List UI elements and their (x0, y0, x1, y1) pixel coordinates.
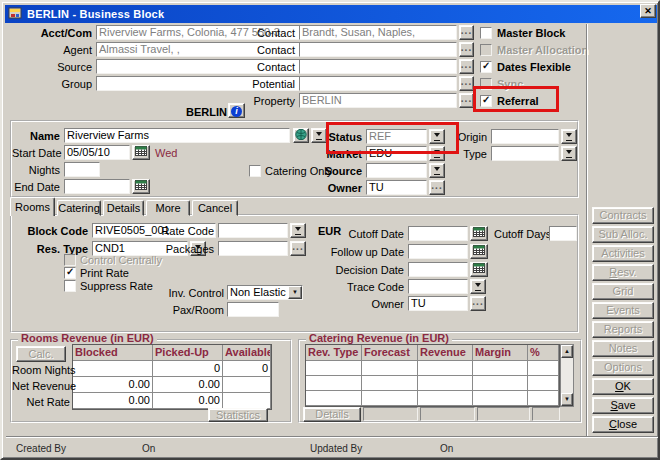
save-button[interactable]: Save (592, 397, 654, 414)
start-date-calendar-icon[interactable] (132, 145, 150, 160)
table-cell[interactable] (473, 391, 528, 406)
calc-button[interactable]: Calc. (16, 346, 66, 362)
window-title: BERLIN - Business Block (27, 8, 164, 20)
referral-label: Referral (497, 94, 539, 108)
property-label: Property (242, 94, 295, 109)
tab-rooms[interactable]: Rooms (10, 197, 55, 216)
sub-alloc-button[interactable]: Sub Alloc. (592, 226, 654, 243)
scroll-up-icon[interactable]: ▲ (561, 345, 573, 358)
contracts-button[interactable]: Contracts (592, 207, 654, 224)
tab-cancel[interactable]: Cancel (192, 200, 238, 216)
column-header: Margin (473, 345, 528, 361)
end-date-calendar-icon[interactable] (132, 179, 150, 194)
table-cell[interactable]: 0.00 (153, 377, 223, 393)
name-field[interactable]: Riverview Farms (64, 128, 290, 143)
scroll-down-icon[interactable]: ▼ (561, 393, 573, 406)
table-cell[interactable] (418, 361, 473, 376)
globe-icon[interactable] (293, 128, 309, 143)
contact-1-field[interactable]: Brandt, Susan, Naples, (299, 25, 457, 40)
master-allocation-checkbox[interactable] (480, 44, 492, 56)
table-cell[interactable] (223, 393, 271, 409)
contact-3-field[interactable] (299, 59, 457, 74)
row-label-net-rate: Net Rate (12, 395, 70, 410)
tab-more[interactable]: More (146, 200, 190, 216)
contact-2-lookup-button[interactable]: ... (459, 42, 474, 57)
tab-catering[interactable]: Catering (57, 200, 101, 216)
events-button[interactable]: Events (592, 302, 654, 319)
updated-on-label: On (440, 443, 453, 454)
origin-field[interactable] (491, 129, 559, 144)
market-field[interactable]: EDU (366, 146, 427, 161)
end-date-field[interactable] (64, 179, 130, 194)
type-label: Type (432, 147, 487, 162)
table-cell[interactable] (418, 376, 473, 391)
table-cell[interactable] (473, 376, 528, 391)
rooms-revenue-title: Rooms Revenue (in EUR) (18, 332, 157, 344)
lov-icon (566, 132, 573, 141)
table-cell[interactable] (73, 361, 153, 377)
close-button[interactable]: Close (592, 416, 654, 433)
table-cell[interactable] (473, 361, 528, 376)
catering-revenue-table: Rev. Type Forecast Revenue Margin % (305, 344, 560, 407)
owner-lookup-button[interactable]: ... (429, 180, 445, 195)
table-cell[interactable] (528, 376, 559, 391)
catering-table-scrollbar[interactable]: ▲ ▼ (560, 344, 574, 407)
table-cell[interactable] (418, 391, 473, 406)
potential-field[interactable] (299, 76, 457, 91)
catering-total-revenue (420, 407, 475, 421)
source-lov-button[interactable] (429, 163, 445, 178)
type-field[interactable] (491, 146, 559, 161)
table-cell[interactable]: 0 (223, 361, 271, 377)
column-header: Rev. Type (306, 345, 362, 361)
potential-lookup-button[interactable]: ... (459, 76, 474, 91)
table-cell[interactable]: 0.00 (153, 393, 223, 409)
table-cell[interactable]: 0.00 (73, 377, 153, 393)
table-cell[interactable] (528, 391, 559, 406)
master-block-checkbox[interactable] (480, 27, 492, 39)
table-cell[interactable] (223, 377, 271, 393)
type-lov-button[interactable] (561, 146, 577, 161)
table-cell[interactable]: 0 (153, 361, 223, 377)
reports-button[interactable]: Reports (592, 321, 654, 338)
owner-field[interactable]: TU (366, 180, 427, 195)
tab-details[interactable]: Details (103, 200, 144, 216)
property-lookup-button[interactable]: ... (459, 93, 474, 108)
table-cell[interactable] (362, 361, 418, 376)
contact-1-lookup-button[interactable]: ... (459, 25, 474, 40)
property-field[interactable]: BERLIN (299, 93, 457, 108)
table-cell[interactable] (306, 376, 362, 391)
nights-field[interactable] (64, 162, 100, 177)
table-cell[interactable] (306, 361, 362, 376)
source-label: Source (8, 60, 92, 75)
origin-label: Origin (432, 130, 487, 145)
options-button[interactable]: Options (592, 359, 654, 376)
table-cell[interactable] (528, 361, 559, 376)
contact-2-field[interactable] (299, 42, 457, 57)
referral-checkbox[interactable] (480, 95, 492, 107)
sync-checkbox[interactable] (480, 78, 492, 90)
origin-lov-button[interactable] (561, 129, 577, 144)
close-icon[interactable]: ✕ (640, 4, 656, 18)
table-cell[interactable] (362, 391, 418, 406)
table-cell[interactable] (362, 376, 418, 391)
start-date-field[interactable]: 05/05/10 (64, 145, 130, 160)
catering-only-checkbox[interactable] (249, 165, 261, 177)
status-field[interactable]: REF (366, 129, 427, 144)
table-cell[interactable] (306, 391, 362, 406)
info-icon[interactable]: i (228, 103, 245, 118)
master-allocation-label: Master Allocation (497, 43, 588, 57)
grid-button[interactable]: Grid (592, 283, 654, 300)
source-code-field[interactable] (366, 163, 427, 178)
title-bar: BERLIN - Business Block (5, 5, 657, 23)
resv-button[interactable]: Resv. (592, 264, 654, 281)
market-label: Market (310, 147, 362, 162)
contact-3-lookup-button[interactable]: ... (459, 59, 474, 74)
notes-button[interactable]: Notes (592, 340, 654, 357)
table-cell[interactable]: 0.00 (73, 393, 153, 409)
dates-flexible-checkbox[interactable] (480, 61, 492, 73)
start-date-weekday: Wed (155, 146, 177, 161)
activities-button[interactable]: Activities (592, 245, 654, 262)
ok-button[interactable]: OK (592, 378, 654, 395)
statistics-button[interactable]: Statistics (208, 408, 268, 422)
details-button[interactable]: Details (303, 407, 361, 422)
